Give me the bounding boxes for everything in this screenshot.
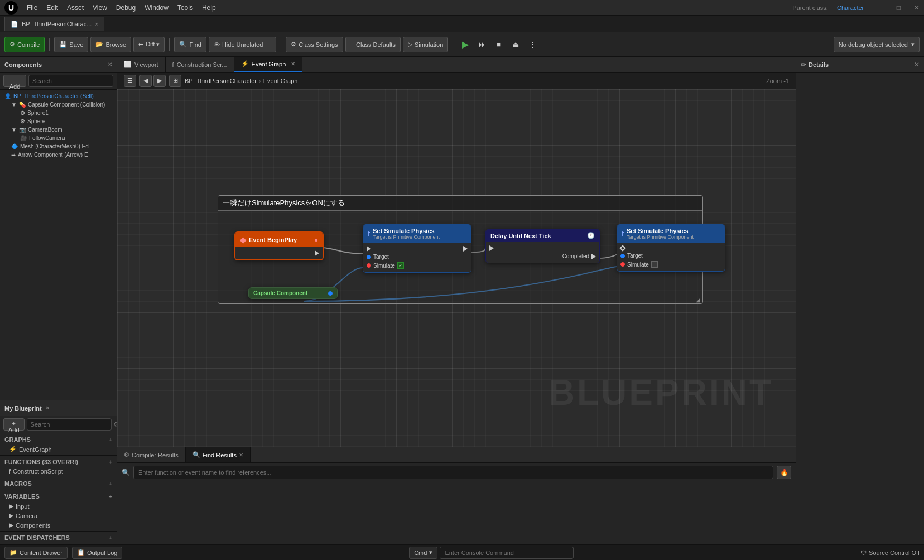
find-flame-button[interactable]: 🔥	[777, 466, 791, 479]
tree-item[interactable]: ▼ 📷 CameraBoom	[0, 125, 117, 134]
browse-button[interactable]: 📂 Browse	[90, 37, 131, 52]
graph-name[interactable]: Event Graph	[263, 78, 298, 84]
menu-asset[interactable]: Asset	[67, 4, 84, 12]
node-set-simulate-2[interactable]: f Set Simulate Physics Target is Primiti…	[617, 224, 725, 272]
tab-event-graph[interactable]: ⚡ Event Graph ✕	[234, 57, 303, 72]
mybp-search-input[interactable]	[27, 418, 112, 431]
cmd-label-btn[interactable]: Cmd ▾	[409, 547, 437, 559]
functions-add-icon[interactable]: +	[109, 458, 112, 465]
window-maximize[interactable]: □	[897, 4, 901, 12]
menu-debug[interactable]: Debug	[116, 4, 136, 12]
delay-completed-pin[interactable]	[591, 254, 596, 259]
variable-camera[interactable]: ▶ Camera	[0, 511, 117, 520]
variables-header[interactable]: VARIABLES +	[0, 491, 117, 501]
nav-back-button[interactable]: ◀	[139, 75, 152, 87]
compiler-results-tab[interactable]: ⚙ Compiler Results	[117, 447, 186, 462]
nav-grid-button[interactable]: ⊞	[169, 75, 181, 87]
stop-button[interactable]: ■	[491, 37, 507, 52]
window-close[interactable]: ✕	[914, 4, 920, 12]
tab-construction[interactable]: f Construction Scr...	[166, 57, 234, 72]
parent-class-value[interactable]: Character	[837, 4, 864, 11]
tab-close[interactable]: ×	[95, 21, 98, 27]
graphs-add-icon[interactable]: +	[109, 436, 112, 443]
ssp1-simulate-pin[interactable]	[367, 263, 371, 268]
step-button[interactable]: ⏭	[474, 37, 490, 52]
tree-item[interactable]: ⚙ Sphere1	[0, 109, 117, 117]
event-graph-item[interactable]: ⚡ EventGraph	[0, 445, 117, 454]
tree-item[interactable]: ▼ 💊 Capsule Component (Collision)	[0, 100, 117, 109]
comment-resize[interactable]: ◢	[696, 297, 701, 302]
menu-view[interactable]: View	[93, 4, 107, 12]
exec-out-pin[interactable]	[315, 250, 319, 256]
content-drawer-button[interactable]: 📁 Content Drawer	[4, 547, 68, 559]
capsule-out-pin[interactable]	[328, 291, 333, 296]
variables-add-icon[interactable]: +	[109, 493, 112, 500]
ssp1-simulate-checkbox[interactable]: ✓	[397, 262, 404, 269]
components-search-input[interactable]	[28, 75, 113, 87]
ssp2-target-pin[interactable]	[620, 254, 625, 258]
ed-add-icon[interactable]: +	[109, 534, 112, 541]
event-graph-tab-close[interactable]: ✕	[291, 61, 295, 67]
play-button[interactable]: ▶	[458, 37, 473, 52]
tree-item[interactable]: 🔷 Mesh (CharacterMesh0) Ed	[0, 142, 117, 151]
diff-button[interactable]: ⬌ Diff ▾	[133, 37, 165, 52]
menu-file[interactable]: File	[27, 4, 37, 12]
menu-window[interactable]: Window	[145, 4, 169, 12]
tree-collapse[interactable]: ▼	[11, 127, 17, 133]
bp-name[interactable]: BP_ThirdPersonCharacter	[185, 78, 257, 84]
ssp2-simulate-pin[interactable]	[620, 262, 625, 267]
macros-header[interactable]: MACROS +	[0, 479, 117, 489]
macros-add-icon[interactable]: +	[109, 480, 112, 487]
event-dispatchers-header[interactable]: EVENT DISPATCHERS +	[0, 533, 117, 543]
file-tab[interactable]: 📄 BP_ThirdPersonCharac... ×	[4, 17, 104, 31]
nav-menu-button[interactable]: ☰	[124, 75, 136, 87]
variable-input[interactable]: ▶ Input	[0, 501, 117, 511]
menu-help[interactable]: Help	[202, 4, 216, 12]
find-search-input[interactable]	[133, 466, 773, 479]
functions-header[interactable]: FUNCTIONS (33 OVERRI) +	[0, 457, 117, 467]
class-settings-button[interactable]: ⚙ Class Settings	[286, 37, 343, 52]
tree-item[interactable]: 👤 BP_ThirdPersonCharacter (Self)	[0, 92, 117, 100]
ssp1-exec-out[interactable]	[463, 246, 468, 252]
class-defaults-button[interactable]: ≡ Class Defaults	[345, 37, 401, 52]
variable-components[interactable]: ▶ Components	[0, 520, 117, 530]
node-event-beginplay[interactable]: ◆ Event BeginPlay ●	[234, 231, 324, 260]
details-close[interactable]: ✕	[914, 61, 920, 69]
eject-button[interactable]: ⏏	[508, 37, 523, 52]
node-set-simulate-1[interactable]: f Set Simulate Physics Target is Primiti…	[363, 224, 471, 273]
components-add-button[interactable]: + Add	[3, 75, 26, 87]
save-button[interactable]: 💾 Save	[54, 37, 88, 52]
debug-object-select[interactable]: No debug object selected ▾	[834, 37, 920, 52]
mybp-add-button[interactable]: + Add	[3, 418, 25, 431]
ssp1-target-pin[interactable]	[367, 255, 371, 259]
source-control[interactable]: 🛡 Source Control Off	[860, 549, 920, 556]
tree-item[interactable]: ➡ Arrow Component (Arrow) E	[0, 151, 117, 159]
find-results-tab[interactable]: 🔍 Find Results ✕	[186, 447, 251, 462]
tree-item[interactable]: ⚙ Sphere	[0, 117, 117, 125]
window-minimize[interactable]: ─	[878, 4, 883, 12]
graphs-header[interactable]: GRAPHS +	[0, 435, 117, 445]
nav-forward-button[interactable]: ▶	[153, 75, 166, 87]
blueprint-canvas[interactable]: BLUEPRINT 一瞬だけSimulatePhysicsをONにする ◢	[117, 89, 796, 447]
delay-exec-in[interactable]	[489, 245, 494, 251]
find-results-close[interactable]: ✕	[239, 452, 243, 458]
mybp-close[interactable]: ✕	[45, 405, 50, 411]
ssp2-exec-in[interactable]	[619, 245, 625, 251]
simulation-button[interactable]: ▷ Simulation	[403, 37, 448, 52]
menu-tools[interactable]: Tools	[177, 4, 193, 12]
components-close[interactable]: ✕	[108, 61, 112, 67]
ssp2-simulate-checkbox[interactable]	[651, 261, 658, 268]
node-delay[interactable]: Delay Until Next Tick 🕐 Completed	[485, 229, 600, 263]
ssp1-exec-in[interactable]	[367, 246, 371, 252]
node-capsule[interactable]: Capsule Component	[248, 287, 338, 299]
compile-button[interactable]: ⚙ Compile	[4, 37, 45, 52]
more-button[interactable]: ⋮	[524, 37, 540, 52]
menu-edit[interactable]: Edit	[46, 4, 58, 12]
construction-script-item[interactable]: f ConstructionScript	[0, 467, 117, 476]
console-command-input[interactable]	[440, 547, 574, 559]
output-log-button[interactable]: 📋 Output Log	[72, 547, 122, 559]
tab-viewport[interactable]: ⬜ Viewport	[117, 57, 166, 72]
tree-collapse[interactable]: ▼	[11, 102, 17, 108]
tree-item[interactable]: 🎥 FollowCamera	[0, 134, 117, 142]
hide-unrelated-button[interactable]: 👁 Hide Unrelated ⋮	[209, 37, 276, 52]
